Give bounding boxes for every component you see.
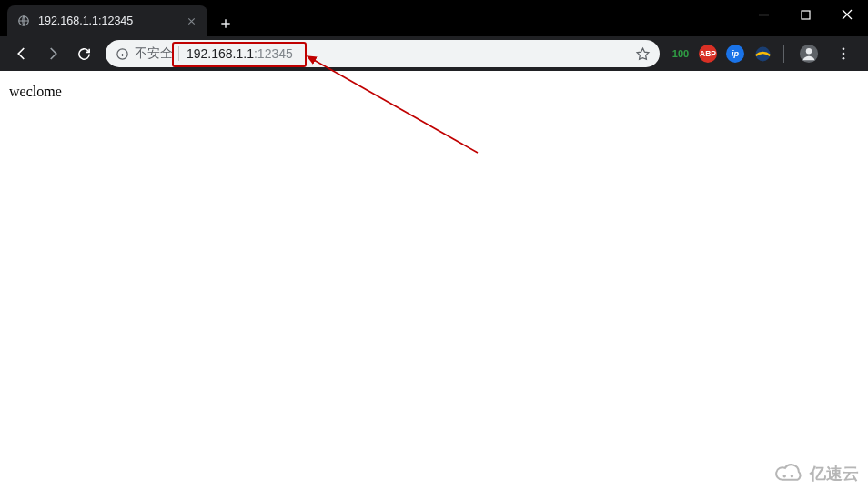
maximize-button[interactable] [784,0,826,29]
browser-toolbar: 不安全 192.168.1.1:12345 100 ABP ip [0,36,868,71]
extension-icon-4[interactable] [752,44,772,64]
minimize-button[interactable] [742,0,784,29]
tab-title: 192.168.1.1:12345 [38,15,177,27]
url-host: 192.168.1.1 [187,46,254,61]
page-body-text: weclome [9,84,62,99]
info-icon[interactable] [115,46,129,61]
back-button[interactable] [7,39,36,68]
svg-rect-1 [802,11,810,19]
watermark-text: 亿速云 [810,463,859,485]
kebab-menu-icon[interactable] [830,40,857,67]
profile-button[interactable] [795,40,823,67]
titlebar-spacer [238,0,742,36]
separator [178,46,179,61]
abp-extension-icon[interactable]: ABP [698,44,718,64]
close-tab-icon[interactable] [184,14,198,28]
url-text: 192.168.1.1:12345 [187,46,293,61]
svg-point-7 [843,53,845,55]
extension-area: 100 ABP ip [667,40,861,67]
bookmark-star-icon[interactable] [634,45,651,62]
new-tab-button[interactable] [213,11,238,36]
svg-point-10 [783,475,786,477]
window-titlebar: 192.168.1.1:12345 [0,0,868,36]
cloud-icon [773,464,804,484]
browser-tab[interactable]: 192.168.1.1:12345 [7,5,207,36]
page-content: weclome [0,71,868,113]
svg-point-11 [791,475,793,477]
window-controls [742,0,868,36]
ip-extension-icon[interactable]: ip [725,44,745,64]
svg-point-6 [843,47,845,50]
close-window-button[interactable] [826,0,868,29]
watermark: 亿速云 [773,463,859,485]
globe-icon [16,14,31,28]
svg-point-8 [843,57,845,60]
abp-extension-label: ABP [699,45,717,63]
security-status: 不安全 [135,45,173,62]
tab-strip: 192.168.1.1:12345 [0,0,238,36]
separator [783,45,784,63]
forward-button[interactable] [38,39,67,68]
reload-button[interactable] [69,39,98,68]
ip-extension-label: ip [726,45,744,63]
url-port: :12345 [254,46,293,61]
extension-icon-1[interactable]: 100 [671,44,691,64]
address-bar[interactable]: 不安全 192.168.1.1:12345 [106,40,660,67]
svg-point-5 [806,48,812,54]
